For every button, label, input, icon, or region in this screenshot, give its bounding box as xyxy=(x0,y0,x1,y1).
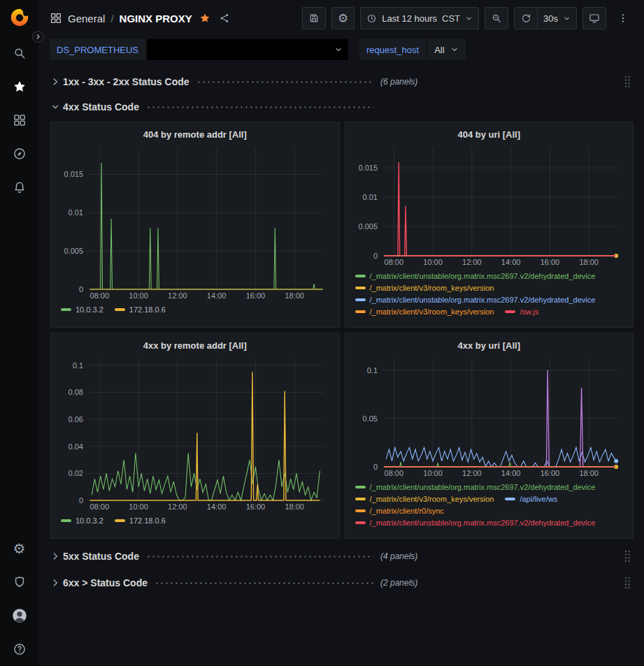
chevron-right-icon xyxy=(50,578,63,588)
sidebar-item-alerting[interactable] xyxy=(0,171,38,204)
legend-series-marker xyxy=(505,310,515,313)
legend-item[interactable]: /_matrix/client/unstable/org.matrix.msc2… xyxy=(355,296,596,304)
svg-text:0.05: 0.05 xyxy=(362,414,377,423)
grafana-logo-icon[interactable] xyxy=(9,7,30,28)
legend-item[interactable]: /sw.js xyxy=(505,307,538,316)
zoom-out-button[interactable] xyxy=(485,7,508,29)
chevron-down-icon xyxy=(465,15,473,22)
request-host-select[interactable]: All xyxy=(427,39,465,60)
dashboard-title: NGINX PROXY xyxy=(120,13,192,24)
panel-title[interactable]: 404 by uri [All] xyxy=(352,126,627,142)
row-toggle[interactable]: 5xx Status Code xyxy=(50,551,380,562)
chevron-right-icon xyxy=(50,77,63,87)
gear-icon: ⚙ xyxy=(13,542,26,556)
svg-text:0: 0 xyxy=(373,463,377,471)
chevron-down-icon xyxy=(563,15,571,22)
save-dashboard-button[interactable] xyxy=(302,7,326,29)
legend-item[interactable]: /_matrix/client/unstable/org.matrix.msc2… xyxy=(355,483,596,491)
row-drag-handle[interactable] xyxy=(621,574,634,591)
gear-icon: ⚙ xyxy=(338,13,348,24)
svg-text:0: 0 xyxy=(373,252,377,260)
svg-text:0.015: 0.015 xyxy=(64,170,83,178)
refresh-interval-picker[interactable]: 30s xyxy=(537,8,576,29)
legend-series-label: /_matrix/client/unstable/org.matrix.msc2… xyxy=(370,519,596,527)
legend-item[interactable]: /_matrix/client/v3/room_keys/version xyxy=(355,284,494,292)
share-icon xyxy=(219,13,230,24)
favorite-star-button[interactable] xyxy=(198,11,212,25)
legend-item[interactable]: /api/live/ws xyxy=(505,495,557,503)
sidebar-item-search[interactable] xyxy=(0,36,38,70)
row-drag-handle[interactable] xyxy=(621,73,634,90)
help-question-icon xyxy=(13,642,27,656)
panel-title[interactable]: 4xx by uri [All] xyxy=(352,338,627,353)
legend-series-marker xyxy=(355,521,366,524)
legend-series-marker xyxy=(355,509,366,512)
legend-item[interactable]: /_matrix/client/v3/room_keys/version xyxy=(355,495,494,503)
svg-text:16:00: 16:00 xyxy=(540,258,559,266)
chevron-down-icon xyxy=(50,102,63,112)
datasource-select[interactable] xyxy=(147,39,348,60)
legend-item[interactable]: 10.0.3.2 xyxy=(61,516,103,525)
row-panel-count: (6 panels) xyxy=(380,77,417,87)
legend-item[interactable]: 10.0.3.2 xyxy=(61,305,103,314)
legend-series-label: /_matrix/client/v3/room_keys/version xyxy=(370,307,494,316)
timeseries-chart[interactable]: 00.0050.010.01508:0010:0012:0014:0016:00… xyxy=(352,142,627,268)
sidebar-item-profile[interactable] xyxy=(0,599,38,632)
dashboard-settings-button[interactable]: ⚙ xyxy=(331,7,355,29)
timeseries-chart[interactable]: 00.020.040.060.080.108:0010:0012:0014:00… xyxy=(58,353,332,512)
main-area: General / NGINX PROXY xyxy=(38,0,644,666)
row-drag-handle[interactable] xyxy=(621,548,634,565)
row-4xx: 4xx Status Code xyxy=(50,96,634,117)
sidebar-item-configuration[interactable]: ⚙ xyxy=(0,532,38,565)
row-toggle[interactable]: 1xx - 3xx - 2xx Status Code xyxy=(50,76,380,87)
legend-item[interactable]: /_matrix/client/v3/room_keys/version xyxy=(355,307,494,316)
sidebar-item-dashboards[interactable] xyxy=(0,103,38,137)
legend-series-marker xyxy=(355,498,366,500)
legend-series-label: /_matrix/client/unstable/org.matrix.msc2… xyxy=(370,272,596,280)
svg-text:18:00: 18:00 xyxy=(285,291,304,300)
time-range-picker[interactable]: Last 12 hours CST xyxy=(360,7,479,29)
request-host-variable-label[interactable]: request_host xyxy=(359,39,426,60)
legend-series-marker xyxy=(61,519,71,522)
share-dashboard-button[interactable] xyxy=(217,11,231,25)
kebab-menu-icon xyxy=(617,13,629,24)
svg-text:0.01: 0.01 xyxy=(69,208,83,217)
legend-item[interactable]: 172.18.0.6 xyxy=(115,305,166,314)
kiosk-mode-button[interactable] xyxy=(582,7,606,29)
sidebar-item-server-admin[interactable] xyxy=(0,565,38,599)
svg-text:0: 0 xyxy=(79,496,83,505)
sidebar-item-starred[interactable] xyxy=(0,70,38,103)
top-navbar: General / NGINX PROXY xyxy=(38,0,644,36)
row-toggle[interactable]: 6xx > Status Code xyxy=(50,577,380,588)
svg-text:14:00: 14:00 xyxy=(501,258,520,266)
svg-text:10:00: 10:00 xyxy=(423,258,443,266)
sidebar-expand-button[interactable] xyxy=(32,31,44,43)
legend-series-marker xyxy=(355,310,366,313)
shield-icon xyxy=(13,575,27,589)
row-toggle[interactable]: 4xx Status Code xyxy=(50,101,380,113)
breadcrumb-section[interactable]: General xyxy=(68,13,105,24)
legend-item[interactable]: /_matrix/client/unstable/org.matrix.msc2… xyxy=(355,519,596,527)
refresh-button-group: 30s xyxy=(514,7,577,29)
panel-4xx-by-uri: 4xx by uri [All] 00.050.108:0010:0012:00… xyxy=(345,333,634,539)
grafana-flame-icon xyxy=(9,7,30,28)
panel-title[interactable]: 4xx by remote addr [All] xyxy=(58,338,332,353)
more-options-button[interactable] xyxy=(612,7,634,29)
legend-item[interactable]: 172.18.0.6 xyxy=(115,516,166,525)
variable-datasource: DS_PROMETHEUS xyxy=(50,39,348,60)
timeseries-chart[interactable]: 00.050.108:0010:0012:0014:0016:0018:00 xyxy=(352,353,627,479)
panel-grid: 404 by remote addr [All] 00.0050.010.015… xyxy=(50,122,634,539)
svg-text:0.1: 0.1 xyxy=(73,361,83,370)
panel-title[interactable]: 404 by remote addr [All] xyxy=(58,126,332,142)
timeseries-chart[interactable]: 00.0050.010.01508:0010:0012:0014:0016:00… xyxy=(58,142,332,301)
legend-item[interactable]: /_matrix/client/unstable/org.matrix.msc2… xyxy=(355,272,596,280)
avatar xyxy=(10,607,29,625)
legend-series-label: 172.18.0.6 xyxy=(129,516,166,525)
sidebar-item-help[interactable] xyxy=(0,632,38,666)
legend-item[interactable]: /_matrix/client/r0/sync xyxy=(355,507,444,515)
sidebar-item-explore[interactable] xyxy=(0,137,38,171)
refresh-button[interactable] xyxy=(515,8,537,29)
datasource-variable-label[interactable]: DS_PROMETHEUS xyxy=(50,39,145,60)
panel-404-by-remote-addr: 404 by remote addr [All] 00.0050.010.015… xyxy=(50,122,340,328)
svg-text:0.005: 0.005 xyxy=(358,222,378,231)
